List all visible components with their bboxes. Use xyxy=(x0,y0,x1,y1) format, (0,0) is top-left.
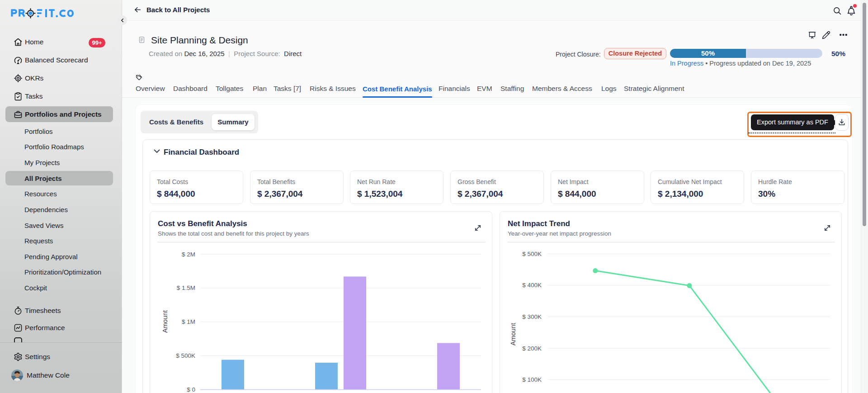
svg-text:$ 100K: $ 100K xyxy=(522,376,542,383)
svg-text:$ 200K: $ 200K xyxy=(522,345,542,352)
svg-text:$ 2M: $ 2M xyxy=(182,251,195,258)
svg-text:$ 1.5M: $ 1.5M xyxy=(177,284,195,291)
svg-text:$ 500K: $ 500K xyxy=(176,352,195,359)
svg-text:$ 500K: $ 500K xyxy=(522,251,542,257)
svg-text:$ 400K: $ 400K xyxy=(522,282,542,289)
svg-text:Amount: Amount xyxy=(509,323,517,346)
svg-text:Amount: Amount xyxy=(161,310,169,333)
svg-text:$ 300K: $ 300K xyxy=(522,313,542,320)
svg-text:$ 0: $ 0 xyxy=(187,386,195,393)
svg-text:$ 1M: $ 1M xyxy=(182,318,195,325)
